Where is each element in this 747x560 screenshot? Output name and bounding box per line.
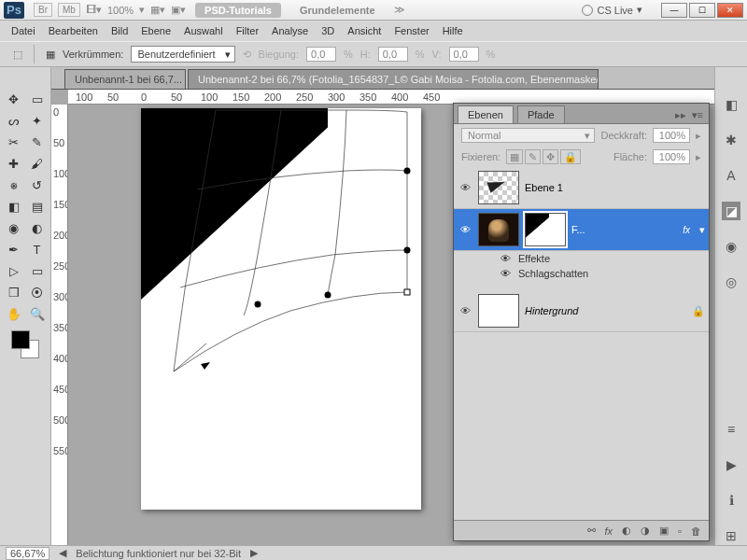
lock-all-icon[interactable]: 🔒 [560,149,581,164]
blend-mode-select[interactable]: Normal [461,128,595,143]
transform-icon[interactable]: ⬚ [13,49,22,61]
visibility-icon[interactable]: 👁 [458,182,472,193]
bend-field[interactable]: 0,0 [306,47,336,62]
bridge-button[interactable]: Br [34,3,52,17]
info-panel-icon[interactable]: ℹ [722,491,740,510]
menu-bild[interactable]: Bild [111,25,128,36]
zoom-tool-icon[interactable]: 🔍 [27,304,48,323]
panel-menu-icon[interactable]: ▾≡ [692,109,703,121]
visibility-icon[interactable]: 👁 [458,305,472,316]
more-workspaces-icon[interactable]: ≫ [394,4,405,16]
opacity-field[interactable]: 100% [653,128,690,143]
new-layer-icon[interactable]: ▫ [678,525,682,537]
adjustment-layer-icon[interactable]: ◑ [641,525,650,537]
history-panel-icon[interactable]: ≡ [722,420,740,439]
3d-camera-icon[interactable]: ⦿ [27,283,48,301]
layer-name[interactable]: F... [571,224,677,235]
color-swatches[interactable] [11,330,39,358]
shape-tool-icon[interactable]: ▭ [27,261,48,280]
stamp-tool-icon[interactable]: ⎈ [4,175,24,194]
lock-pixels-icon[interactable]: ▦ [506,149,523,164]
menu-analyse[interactable]: Analyse [272,25,308,36]
paths-panel-icon[interactable]: ◎ [722,273,740,291]
screen-mode-icon[interactable]: ▣▾ [171,4,186,16]
zoom-field[interactable]: 66,67% [6,547,49,560]
layers-panel[interactable]: Ebenen Pfade ▸▸▾≡ Normal Deckkraft: 100%… [453,103,710,541]
layer-row[interactable]: 👁 F... fx▾ [454,209,709,251]
minimize-button[interactable]: — [661,3,687,18]
layer-fx-icon[interactable]: fx [605,525,613,537]
layer-mask-icon[interactable]: ◐ [622,525,631,537]
menu-datei[interactable]: Datei [11,25,35,36]
zoom-display[interactable]: 100% [107,5,134,16]
layer-thumbnail[interactable] [478,294,519,328]
menu-auswahl[interactable]: Auswahl [184,25,223,36]
collapse-icon[interactable]: ▸▸ [675,109,686,121]
crop-tool-icon[interactable]: ✂ [4,133,24,151]
visibility-icon[interactable]: 👁 [500,268,511,279]
film-icon[interactable]: 🎞▾ [86,4,102,16]
dropshadow-row[interactable]: 👁 Schlagschatten [454,266,709,281]
menu-hilfe[interactable]: Hilfe [443,25,463,36]
info-icon[interactable]: ◀ [59,547,66,559]
wand-tool-icon[interactable]: ✦ [27,111,48,130]
h-field[interactable]: 0,0 [378,47,408,62]
paths-tab[interactable]: Pfade [517,105,565,123]
doc-tab-2[interactable]: Unbenannt-2 bei 66,7% (Fotolia_1654837_L… [188,69,599,89]
menu-ansicht[interactable]: Ansicht [347,25,381,36]
blur-tool-icon[interactable]: ◉ [4,218,24,237]
menu-bearbeiten[interactable]: Bearbeiten [49,25,98,36]
fx-badge[interactable]: fx [683,225,690,235]
warp-preset-select[interactable]: Benutzerdefiniert [131,46,234,63]
move-tool-icon[interactable]: ✥ [4,90,24,108]
layer-row[interactable]: 👁 Hintergrund 🔒 [454,290,709,332]
heal-tool-icon[interactable]: ✚ [4,154,24,173]
hand-tool-icon[interactable]: ✋ [4,304,24,323]
history-brush-icon[interactable]: ↺ [27,175,48,194]
path-select-icon[interactable]: ▷ [4,261,24,280]
layer-name[interactable]: Hintergrund [525,305,686,316]
3d-tool-icon[interactable]: ❒ [4,283,24,301]
char-panel-icon[interactable]: A [722,166,740,185]
adjust-panel-icon[interactable]: ✱ [722,131,740,149]
channels-panel-icon[interactable]: ◉ [722,237,740,256]
marquee-tool-icon[interactable]: ▭ [27,90,48,108]
menu-fenster[interactable]: Fenster [394,25,429,36]
dodge-tool-icon[interactable]: ◐ [27,218,48,237]
layer-row[interactable]: 👁 Ebene 1 [454,167,709,209]
vertical-ruler[interactable]: 050100150200250300350400450500550 [51,105,68,545]
link-layers-icon[interactable]: ⚯ [587,525,596,537]
maximize-button[interactable]: ☐ [689,3,715,18]
eraser-tool-icon[interactable]: ◧ [4,197,24,216]
visibility-icon[interactable]: 👁 [458,224,472,235]
workspace-grundelemente[interactable]: Grundelemente [290,3,385,18]
brush-tool-icon[interactable]: 🖌 [27,154,48,173]
orientation-icon[interactable]: ⟲ [243,49,251,61]
gradient-tool-icon[interactable]: ▤ [27,197,48,216]
layer-thumbnail[interactable] [478,213,519,246]
minibridge-button[interactable]: Mb [58,3,80,17]
lock-move-icon[interactable]: ✥ [543,149,558,164]
menu-filter[interactable]: Filter [236,25,259,36]
close-button[interactable]: ✕ [717,3,743,18]
info-menu-icon[interactable]: ▶ [250,547,258,559]
nav-panel-icon[interactable]: ⊞ [722,526,740,545]
lasso-tool-icon[interactable]: ᔕ [4,111,24,130]
type-tool-icon[interactable]: T [27,240,48,259]
effects-row[interactable]: 👁 Effekte [454,251,709,266]
actions-panel-icon[interactable]: ▶ [722,455,740,474]
layer-name[interactable]: Ebene 1 [525,182,705,193]
layer-thumbnail[interactable] [478,171,519,204]
workspace-psdtutorials[interactable]: PSD-Tutorials [195,3,281,18]
cslive-button[interactable]: CS Live▾ [582,4,642,16]
layers-panel-icon[interactable]: ◪ [722,202,740,220]
lock-paint-icon[interactable]: ✎ [525,149,541,164]
color-panel-icon[interactable]: ◧ [722,95,740,114]
v-field[interactable]: 0,0 [449,47,479,62]
fill-field[interactable]: 100% [653,149,690,164]
warp-grid-icon[interactable]: ▦ [46,49,55,61]
menu-ebene[interactable]: Ebene [141,25,171,36]
doc-tab-1[interactable]: Unbenannt-1 bei 66,7...✕ [64,69,186,89]
visibility-icon[interactable]: 👁 [500,253,511,264]
menu-3d[interactable]: 3D [321,25,334,36]
